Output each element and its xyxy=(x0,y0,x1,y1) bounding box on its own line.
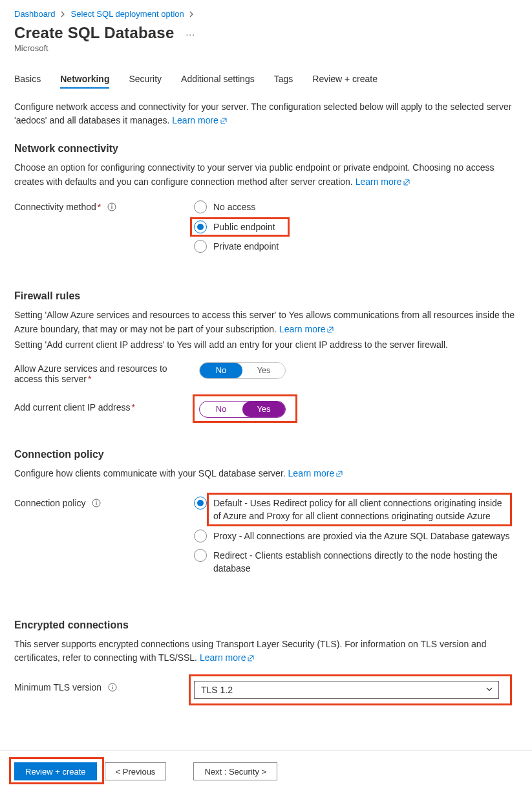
page-subtitle: Microsoft xyxy=(14,43,518,53)
firewall-heading: Firewall rules xyxy=(14,290,518,302)
external-link-icon xyxy=(247,652,255,667)
allow-azure-services-no[interactable]: No xyxy=(200,363,242,378)
firewall-learn-more[interactable]: Learn more xyxy=(279,324,335,334)
connectivity-public-endpoint[interactable]: Public endpoint xyxy=(194,220,518,233)
min-tls-select[interactable]: TLS 1.2 xyxy=(194,681,499,699)
tab-basics[interactable]: Basics xyxy=(14,70,41,88)
add-client-ip-yes[interactable]: Yes xyxy=(242,402,285,417)
min-tls-value: TLS 1.2 xyxy=(194,681,499,699)
add-client-ip-no[interactable]: No xyxy=(200,402,242,417)
svg-point-4 xyxy=(96,500,98,502)
connection-policy-heading: Connection policy xyxy=(14,449,518,460)
intro-learn-more[interactable]: Learn more xyxy=(172,115,228,125)
svg-point-7 xyxy=(112,685,113,686)
network-connectivity-heading: Network connectivity xyxy=(14,143,518,155)
tab-tags[interactable]: Tags xyxy=(274,70,293,88)
network-connectivity-learn-more[interactable]: Learn more xyxy=(356,177,411,187)
chevron-right-icon xyxy=(189,11,195,17)
tab-networking[interactable]: Networking xyxy=(60,70,109,88)
connection-policy-label: Connection policy xyxy=(14,497,194,508)
encrypted-connections-learn-more[interactable]: Learn more xyxy=(200,652,255,663)
page-title: Create SQL Database xyxy=(14,24,174,42)
chevron-right-icon xyxy=(61,11,66,17)
svg-rect-2 xyxy=(112,206,112,209)
add-client-ip-label: Add current client IP address* xyxy=(14,401,194,413)
connection-policy-learn-more[interactable]: Learn more xyxy=(288,468,344,478)
breadcrumb-select-sql[interactable]: Select SQL deployment option xyxy=(71,9,184,19)
external-link-icon xyxy=(220,115,228,129)
encrypted-connections-desc: This server supports encrypted connectio… xyxy=(14,638,518,667)
encrypted-connections-heading: Encrypted connections xyxy=(14,619,518,631)
connection-policy-redirect-label: Redirect - Clients establish connections… xyxy=(213,549,511,575)
allow-azure-services-toggle[interactable]: No Yes xyxy=(199,362,286,379)
info-icon[interactable] xyxy=(108,683,117,692)
breadcrumb: Dashboard Select SQL deployment option xyxy=(14,9,518,19)
svg-rect-8 xyxy=(112,687,112,689)
external-link-icon xyxy=(326,324,334,338)
connectivity-method-options: No access Public endpoint Private endpoi… xyxy=(194,200,518,259)
connection-policy-redirect[interactable]: Redirect - Clients establish connections… xyxy=(194,549,511,575)
min-tls-label: Minimum TLS version xyxy=(14,681,194,692)
connectivity-method-label: Connectivity method* xyxy=(14,200,194,212)
firewall-desc: Setting 'Allow Azure services and resour… xyxy=(14,308,518,352)
connectivity-no-access[interactable]: No access xyxy=(194,200,518,213)
connection-policy-default-label: Default - Uses Redirect policy for all c… xyxy=(213,497,511,523)
previous-button[interactable]: < Previous xyxy=(105,762,167,780)
allow-azure-services-label: Allow Azure services and resources to ac… xyxy=(14,362,194,384)
external-link-icon xyxy=(403,177,410,191)
info-icon[interactable] xyxy=(107,202,116,211)
more-icon[interactable]: ··· xyxy=(186,29,195,39)
add-client-ip-toggle[interactable]: No Yes xyxy=(199,401,286,418)
info-icon[interactable] xyxy=(92,499,101,508)
connection-policy-desc: Configure how clients communicate with y… xyxy=(14,467,518,482)
next-button[interactable]: Next : Security > xyxy=(193,762,277,780)
svg-point-1 xyxy=(111,205,112,206)
chevron-down-icon xyxy=(485,685,494,696)
breadcrumb-dashboard[interactable]: Dashboard xyxy=(14,9,56,19)
connection-policy-default[interactable]: Default - Uses Redirect policy for all c… xyxy=(194,497,511,523)
tab-review-create[interactable]: Review + create xyxy=(312,70,378,88)
tab-security[interactable]: Security xyxy=(129,70,162,88)
connectivity-public-endpoint-label: Public endpoint xyxy=(213,220,275,233)
network-connectivity-desc: Choose an option for configuring connect… xyxy=(14,161,518,190)
wizard-footer: Review + create < Previous Next : Securi… xyxy=(0,750,532,793)
connectivity-no-access-label: No access xyxy=(213,200,255,213)
connectivity-private-endpoint[interactable]: Private endpoint xyxy=(194,240,518,253)
tab-additional-settings[interactable]: Additional settings xyxy=(181,70,255,88)
connectivity-private-endpoint-label: Private endpoint xyxy=(213,240,279,253)
tabs: Basics Networking Security Additional se… xyxy=(14,70,518,89)
intro-text: Configure network access and connectivit… xyxy=(14,100,518,129)
review-create-button[interactable]: Review + create xyxy=(14,762,97,780)
connection-policy-proxy[interactable]: Proxy - All connections are proxied via … xyxy=(194,530,511,542)
allow-azure-services-yes[interactable]: Yes xyxy=(242,363,285,378)
connection-policy-proxy-label: Proxy - All connections are proxied via … xyxy=(213,530,510,542)
svg-rect-5 xyxy=(96,502,97,505)
external-link-icon xyxy=(335,468,343,482)
